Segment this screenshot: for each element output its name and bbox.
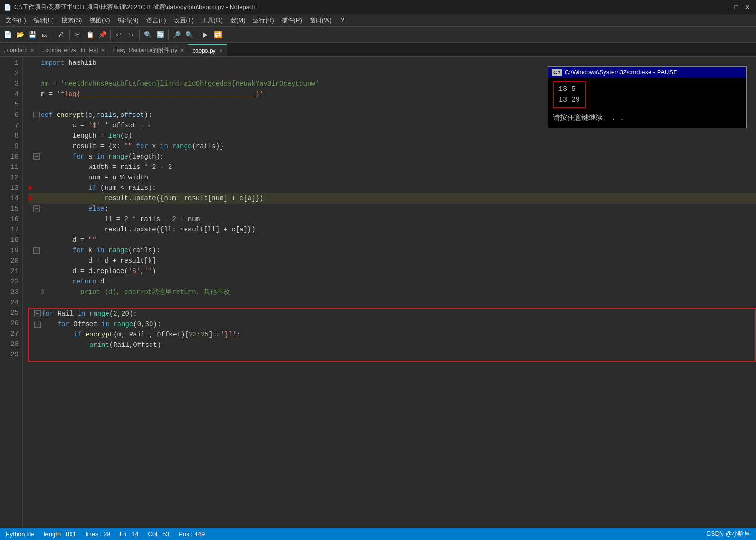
bookmark-placeholder-28: [29, 340, 34, 350]
fold-marker-10[interactable]: −: [33, 153, 40, 160]
tab-close-3[interactable]: ✕: [219, 48, 223, 54]
line-number-4: 4: [4, 89, 18, 99]
run-button[interactable]: ▶: [200, 29, 211, 40]
code-line-16: ll = 2 * rails - 2 - num: [28, 214, 756, 224]
status-right: CSDN @小哈里: [706, 530, 750, 538]
minimize-button[interactable]: —: [720, 2, 729, 12]
code-line-26: − for Offset in range(0,30):: [28, 319, 756, 329]
fold-marker-6[interactable]: −: [33, 112, 40, 118]
code-token: [85, 309, 89, 319]
bookmark-placeholder-1: [28, 58, 33, 68]
line-number-11: 11: [4, 162, 18, 172]
sync-button[interactable]: 🔁: [212, 29, 223, 40]
code-token: ll =: [41, 214, 124, 224]
menu-item-[interactable]: ？: [336, 15, 349, 26]
code-token: d = d + result[k]: [41, 256, 156, 266]
zoom-out-button[interactable]: 🔍: [183, 29, 195, 40]
code-token: ):: [144, 110, 152, 120]
code-token: '': [144, 266, 152, 276]
code-token: (: [109, 309, 113, 319]
tab-2[interactable]: Easy_Railfence的附件.py✕: [109, 44, 188, 56]
save-all-button[interactable]: 🗂: [39, 29, 50, 40]
close-button[interactable]: ✕: [743, 2, 752, 12]
undo-button[interactable]: ↩: [113, 29, 125, 40]
code-token: ]==: [209, 329, 221, 340]
tab-0[interactable]: . condarc✕: [0, 44, 38, 56]
bookmark-placeholder-27: [29, 329, 34, 340]
code-token: 2: [124, 214, 128, 224]
menu-item-r[interactable]: 运行(R): [249, 15, 277, 26]
lines-info: lines : 29: [86, 531, 110, 538]
code-token: range: [108, 151, 128, 162]
code-token: :: [237, 329, 240, 340]
line-number-24: 24: [4, 297, 18, 308]
tab-close-0[interactable]: ✕: [30, 47, 34, 53]
code-token: (c): [120, 131, 132, 141]
code-token: 2: [152, 162, 156, 172]
menu-item-o[interactable]: 工具(O): [197, 15, 226, 26]
line-number-18: 18: [4, 235, 18, 245]
code-token: :: [104, 204, 108, 214]
code-token: (Rail,Offset): [109, 340, 161, 350]
code-token: [41, 245, 72, 256]
code-token: in: [160, 141, 168, 151]
code-line-25: −for Rail in range(2,20):: [28, 308, 756, 319]
code-token: ,: [140, 266, 144, 276]
bookmark-placeholder-5: [28, 99, 33, 110]
fold-marker-19[interactable]: −: [33, 247, 40, 254]
menu-item-v[interactable]: 视图(V): [86, 15, 114, 26]
title-bar: 📄 C:\工作项目\竞赛证书\CTF项目\比赛集训\2021CTF省赛\data…: [0, 0, 756, 14]
menu-item-m[interactable]: 宏(M): [226, 15, 249, 26]
zoom-in-button[interactable]: 🔎: [171, 29, 182, 40]
fold-marker-15[interactable]: −: [33, 205, 40, 212]
code-token: width = rails *: [41, 162, 152, 172]
fold-marker-26[interactable]: −: [34, 321, 41, 328]
code-line-20: d = d + result[k]: [28, 256, 756, 266]
cut-button[interactable]: ✂: [72, 29, 83, 40]
code-token: encrypt: [57, 110, 85, 120]
bookmark-placeholder-3: [28, 79, 33, 89]
code-token: d =: [41, 235, 89, 245]
code-token: ):: [129, 309, 137, 319]
line-number-20: 20: [4, 256, 18, 266]
maximize-button[interactable]: □: [731, 2, 741, 12]
bookmark-placeholder-19: [28, 245, 33, 256]
save-button[interactable]: 💾: [27, 29, 38, 40]
tab-3[interactable]: baopo.py✕: [188, 44, 227, 56]
menu-item-s[interactable]: 搜索(S): [58, 15, 86, 26]
code-token: ________________________________________…: [80, 89, 256, 99]
code-token: ,: [116, 110, 120, 120]
menu-item-t[interactable]: 设置(T): [170, 15, 198, 26]
new-button[interactable]: 📄: [2, 29, 13, 40]
code-line-9: result = {x: "" for x in range(rails)}: [28, 141, 756, 151]
code-line-19: − for k in range(rails):: [28, 245, 756, 256]
menu-item-e[interactable]: 编辑(E): [30, 15, 58, 26]
redo-button[interactable]: ↪: [125, 29, 137, 40]
find-button[interactable]: 🔍: [142, 29, 153, 40]
code-token: x: [148, 141, 160, 151]
menu-item-f[interactable]: 文件(F): [2, 15, 30, 26]
paste-button[interactable]: 📌: [97, 29, 108, 40]
cmd-icon: C:\: [552, 69, 562, 76]
code-token: d = d.replace(: [41, 266, 128, 276]
code-token: 2: [113, 309, 117, 319]
code-token: - num: [176, 214, 200, 224]
code-token: Offset: [70, 319, 101, 329]
menu-item-l[interactable]: 语言(L): [142, 15, 170, 26]
tab-close-1[interactable]: ✕: [101, 47, 105, 53]
copy-button[interactable]: 📋: [84, 29, 96, 40]
menu-item-p[interactable]: 插件(P): [278, 15, 306, 26]
menu-item-n[interactable]: 编码(N): [114, 15, 142, 26]
print-button[interactable]: 🖨: [55, 29, 67, 40]
fold-marker-25[interactable]: −: [34, 310, 41, 317]
bookmark-placeholder-18: [28, 235, 33, 245]
cmd-prompt: 请按任意键继续. . .: [553, 113, 741, 124]
code-token: [81, 329, 85, 340]
code-token: def: [41, 110, 53, 120]
open-button[interactable]: 📂: [14, 29, 26, 40]
menu-item-w[interactable]: 窗口(W): [306, 15, 336, 26]
tab-1[interactable]: . conda_envs_dir_test✕: [38, 44, 109, 56]
tab-close-2[interactable]: ✕: [180, 47, 184, 53]
bookmark-placeholder-10: [28, 151, 33, 162]
replace-button[interactable]: 🔄: [154, 29, 166, 40]
